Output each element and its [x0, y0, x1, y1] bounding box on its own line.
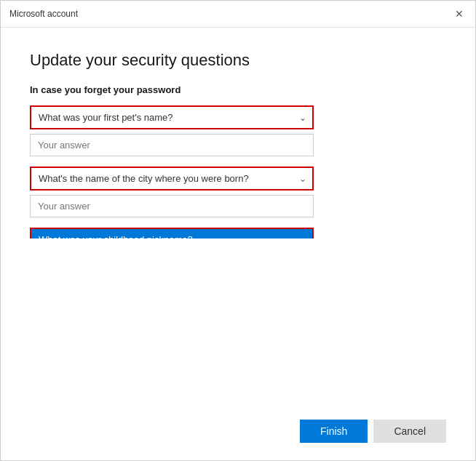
question-group-2: What was your first pet's name? What's t… [30, 167, 446, 217]
page-title: Update your security questions [30, 51, 446, 70]
question-select-wrapper-2: What was your first pet's name? What's t… [30, 167, 314, 191]
question-select-3[interactable]: What was your first pet's name? What's t… [30, 228, 314, 238]
question-select-wrapper-1: What was your first pet's name? What's t… [30, 105, 314, 129]
question-group-1: What was your first pet's name? What's t… [30, 105, 446, 156]
question-select-2[interactable]: What was your first pet's name? What's t… [30, 167, 314, 191]
cancel-button[interactable]: Cancel [373, 420, 446, 443]
question-select-wrapper-3: What was your first pet's name? What's t… [30, 228, 314, 238]
close-button[interactable]: ✕ [452, 7, 467, 21]
dialog-content: Update your security questions In case y… [1, 28, 475, 238]
answer-input-2[interactable] [30, 195, 314, 217]
dialog-window: Microsoft account ✕ Update your security… [0, 0, 476, 461]
finish-button[interactable]: Finish [300, 420, 368, 443]
title-bar: Microsoft account ✕ [1, 1, 475, 28]
question-select-1[interactable]: What was your first pet's name? What's t… [30, 105, 314, 129]
answer-input-1[interactable] [30, 134, 314, 156]
window-title: Microsoft account [9, 9, 78, 19]
subtitle: In case you forget your password [30, 84, 446, 95]
question-group-3: What was your first pet's name? What's t… [30, 228, 446, 238]
dialog-footer: Finish Cancel [1, 408, 475, 460]
